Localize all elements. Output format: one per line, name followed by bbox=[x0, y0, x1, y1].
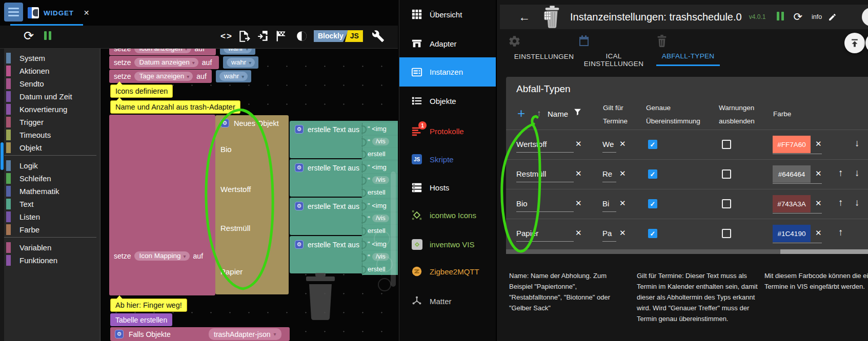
category-color-bar bbox=[6, 104, 11, 115]
js-badge[interactable]: JS bbox=[345, 30, 363, 42]
blockly-workspace[interactable]: setze Icon anzeigen▾ auf wahr▾ setze Dat… bbox=[100, 49, 398, 341]
category-divider bbox=[4, 155, 96, 156]
matter-icon bbox=[411, 295, 423, 307]
import-blocks-icon[interactable] bbox=[256, 30, 270, 43]
green-annotation-circle-table bbox=[497, 0, 868, 341]
category-objekt[interactable]: Objekt bbox=[4, 141, 98, 154]
inventwo-vis-icon bbox=[411, 238, 423, 250]
code-view-icon[interactable]: <> bbox=[220, 31, 233, 41]
menu-icon[interactable] bbox=[4, 3, 23, 22]
category-funktionen[interactable]: Funktionen bbox=[4, 254, 98, 267]
sidebar-item-zigbee2mqtt[interactable]: Zigbee2MQTT bbox=[399, 257, 496, 286]
category-konvertierung[interactable]: Konvertierung bbox=[4, 103, 98, 116]
wrench-icon[interactable] bbox=[372, 30, 385, 42]
log-count-badge: 1 bbox=[418, 121, 427, 130]
blockly-category-panel: System Aktionen Sendto Datum und Zeit Ko… bbox=[0, 49, 100, 341]
close-icon[interactable]: ✕ bbox=[84, 9, 90, 17]
category-color-bar bbox=[6, 173, 11, 184]
grid-icon bbox=[411, 8, 423, 20]
category-scroll-track[interactable] bbox=[0, 49, 4, 341]
sidebar-item-icontwo[interactable]: icontwo Icons bbox=[399, 201, 496, 229]
refresh-icon[interactable]: ⟳ bbox=[24, 29, 34, 43]
category-color-bar bbox=[6, 242, 11, 253]
sidebar-item-hosts[interactable]: Hosts bbox=[399, 173, 496, 202]
sidebar-item-skripte[interactable]: JS Skripte bbox=[399, 145, 496, 174]
javascript-icon: JS bbox=[411, 153, 423, 165]
category-schleifen[interactable]: Schleifen bbox=[4, 172, 98, 185]
admin-nav-sidebar: Übersicht Adapter Instanzen Objekte 1 Pr… bbox=[399, 0, 496, 341]
category-variablen[interactable]: Variablen bbox=[4, 241, 98, 254]
category-scrollbar[interactable] bbox=[1, 142, 4, 170]
hosts-icon bbox=[411, 181, 423, 194]
category-text[interactable]: Text bbox=[4, 198, 98, 210]
category-logik[interactable]: Logik bbox=[4, 159, 98, 172]
category-color-bar bbox=[6, 142, 11, 153]
category-color-bar bbox=[6, 186, 11, 197]
tab-widget[interactable]: WIDGET ✕ bbox=[28, 4, 90, 22]
store-icon bbox=[411, 37, 423, 50]
category-color-bar bbox=[6, 130, 11, 140]
list-icon bbox=[411, 95, 423, 107]
category-color-bar bbox=[6, 255, 11, 266]
blockly-editor-panel: WIDGET ✕ ⟳ <> Blockly JS bbox=[0, 0, 398, 341]
category-mathematik[interactable]: Mathematik bbox=[4, 185, 98, 198]
category-color-bar bbox=[6, 160, 11, 171]
check-blocks-flag-icon[interactable] bbox=[274, 29, 288, 43]
screen: WIDGET ✕ ⟳ <> Blockly JS bbox=[0, 0, 868, 341]
logs-icon: 1 bbox=[411, 125, 423, 137]
category-color-bar bbox=[6, 91, 11, 102]
green-annotation-circle-blockly bbox=[100, 49, 398, 341]
category-sendto[interactable]: Sendto bbox=[4, 77, 98, 90]
export-blocks-icon[interactable] bbox=[237, 30, 251, 43]
sidebar-item-instanzen[interactable]: Instanzen bbox=[399, 57, 496, 87]
sidebar-item-adapter[interactable]: Adapter bbox=[399, 29, 496, 58]
category-timeouts[interactable]: Timeouts bbox=[4, 129, 98, 141]
category-aktionen[interactable]: Aktionen bbox=[4, 65, 98, 77]
category-system[interactable]: System bbox=[4, 52, 98, 65]
pause-icon[interactable] bbox=[44, 31, 53, 42]
category-datum-und-zeit[interactable]: Datum und Zeit bbox=[4, 90, 98, 103]
category-color-bar bbox=[6, 211, 11, 222]
sidebar-item-objekte[interactable]: Objekte bbox=[399, 87, 496, 115]
category-color-bar bbox=[6, 224, 11, 235]
category-color-bar bbox=[6, 53, 11, 63]
sidebar-item-inventwo[interactable]: inventwo VIS bbox=[399, 230, 496, 259]
instances-icon bbox=[411, 66, 423, 78]
category-listen[interactable]: Listen bbox=[4, 210, 98, 223]
sidebar-item-matter[interactable]: Matter bbox=[399, 287, 496, 315]
tab-widget-label: WIDGET bbox=[44, 9, 74, 17]
category-color-bar bbox=[6, 66, 11, 76]
language-toggle[interactable]: Blockly JS bbox=[314, 30, 363, 42]
category-trigger[interactable]: Trigger bbox=[4, 116, 98, 129]
category-color-bar bbox=[6, 78, 11, 89]
blockly-badge[interactable]: Blockly bbox=[314, 30, 349, 42]
script-adapter-icon bbox=[28, 7, 39, 18]
category-color-bar bbox=[6, 199, 11, 209]
category-farbe[interactable]: Farbe bbox=[4, 223, 98, 236]
theme-contrast-icon[interactable] bbox=[295, 30, 308, 42]
category-color-bar bbox=[6, 117, 11, 127]
category-divider bbox=[4, 237, 96, 238]
sidebar-item-protokolle[interactable]: 1 Protokolle bbox=[399, 117, 496, 145]
icontwo-icon bbox=[411, 209, 423, 221]
zigbee2mqtt-icon bbox=[411, 265, 423, 278]
sidebar-item-uebersicht[interactable]: Übersicht bbox=[399, 0, 496, 29]
instance-settings-panel: ← Instanzeinstellungen: trashschedule.0 … bbox=[496, 0, 868, 341]
